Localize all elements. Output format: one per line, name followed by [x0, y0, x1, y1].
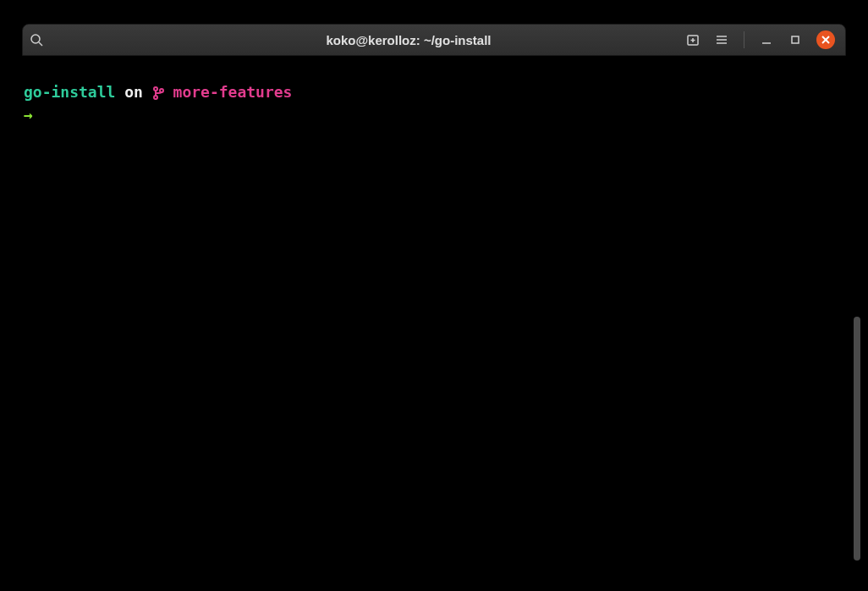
terminal-body[interactable]: go-install on more-features →	[22, 69, 846, 569]
search-icon[interactable]	[30, 33, 43, 47]
maximize-button[interactable]	[788, 33, 802, 47]
svg-point-12	[154, 87, 157, 91]
titlebar-right	[686, 30, 838, 49]
svg-point-0	[31, 35, 40, 43]
hamburger-icon[interactable]	[715, 33, 728, 47]
svg-line-1	[39, 42, 42, 46]
svg-point-13	[154, 96, 157, 99]
titlebar-left	[30, 33, 131, 47]
minimize-button[interactable]	[760, 33, 773, 47]
svg-point-14	[160, 89, 163, 92]
close-button[interactable]	[816, 30, 835, 49]
git-branch-icon	[152, 81, 173, 102]
prompt-arrow: →	[24, 104, 844, 125]
window-title: koko@kerolloz: ~/go-install	[131, 33, 686, 47]
titlebar: koko@kerolloz: ~/go-install	[22, 24, 846, 56]
titlebar-divider	[744, 31, 744, 48]
prompt-directory: go-install	[24, 81, 115, 102]
prompt-on: on	[115, 81, 151, 102]
prompt-line: go-install on more-features	[24, 81, 844, 102]
svg-rect-9	[792, 36, 799, 43]
newtab-icon[interactable]	[686, 33, 700, 47]
prompt-branch: more-features	[173, 81, 293, 102]
scrollbar[interactable]	[854, 317, 860, 561]
